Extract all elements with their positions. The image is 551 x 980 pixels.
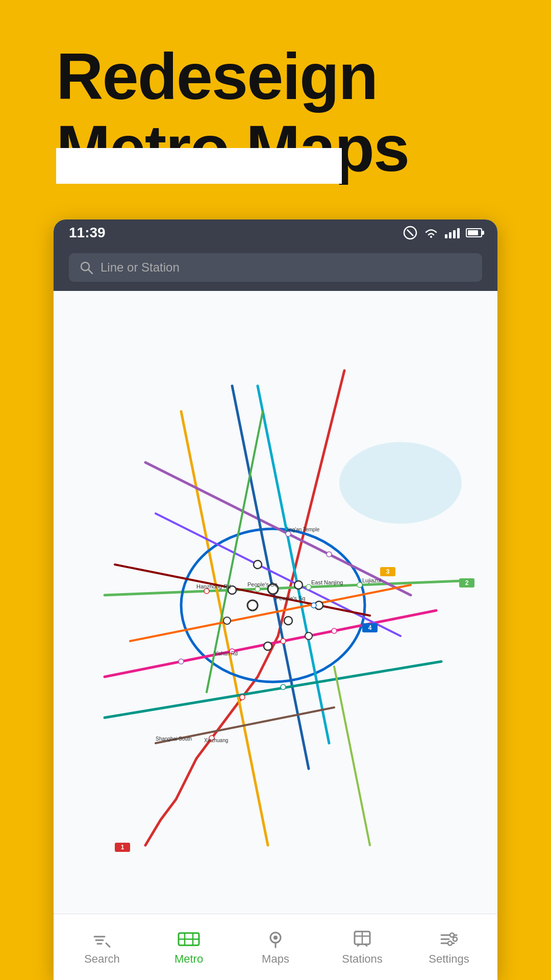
metro-nav-label: Metro bbox=[174, 952, 203, 966]
svg-point-20 bbox=[306, 584, 311, 590]
svg-text:3: 3 bbox=[386, 568, 390, 575]
svg-point-15 bbox=[254, 560, 262, 569]
status-icons bbox=[403, 226, 482, 240]
svg-point-10 bbox=[284, 617, 292, 625]
svg-point-24 bbox=[281, 639, 286, 644]
svg-text:Hanzhong Rd: Hanzhong Rd bbox=[196, 583, 231, 590]
svg-line-4 bbox=[88, 270, 92, 274]
svg-text:Shanghai South: Shanghai South bbox=[156, 736, 192, 742]
svg-text:Lujiazui: Lujiazui bbox=[362, 577, 381, 583]
search-placeholder-text: Line or Station bbox=[101, 260, 180, 275]
search-bar[interactable]: Line or Station bbox=[54, 246, 497, 291]
metro-map-svg: Hanzhong Rd People's Sq East Nanjing Luj… bbox=[54, 291, 497, 915]
svg-point-29 bbox=[179, 659, 184, 664]
maps-nav-icon bbox=[265, 929, 286, 949]
svg-point-28 bbox=[332, 628, 337, 633]
metro-map-canvas: Hanzhong Rd People's Sq East Nanjing Luj… bbox=[54, 291, 497, 915]
dnt-icon bbox=[403, 226, 417, 240]
svg-point-57 bbox=[273, 936, 278, 940]
settings-nav-label: Settings bbox=[429, 952, 469, 966]
search-input-container[interactable]: Line or Station bbox=[69, 253, 482, 282]
phone-mockup: 11:39 bbox=[54, 219, 497, 980]
search-icon bbox=[79, 260, 93, 275]
stations-nav-label: Stations bbox=[342, 952, 383, 966]
nav-item-settings[interactable]: Settings bbox=[418, 924, 480, 971]
svg-point-67 bbox=[453, 937, 457, 941]
maps-nav-label: Maps bbox=[262, 952, 289, 966]
svg-point-27 bbox=[281, 684, 286, 690]
svg-point-66 bbox=[450, 933, 454, 937]
nav-item-search[interactable]: Search bbox=[71, 924, 133, 971]
search-nav-label: Search bbox=[84, 952, 120, 966]
nav-item-maps[interactable]: Maps bbox=[245, 924, 306, 971]
hero-white-bar bbox=[56, 148, 342, 184]
svg-text:Xinzhuang: Xinzhuang bbox=[204, 738, 228, 743]
svg-text:People's Sq: People's Sq bbox=[247, 581, 277, 587]
svg-text:1: 1 bbox=[121, 844, 124, 851]
svg-text:Yishan Rd: Yishan Rd bbox=[214, 651, 238, 656]
svg-point-9 bbox=[247, 600, 258, 610]
status-time: 11:39 bbox=[69, 225, 106, 241]
bottom-nav: Search Metro Maps bbox=[54, 914, 497, 980]
svg-text:4: 4 bbox=[368, 624, 372, 631]
battery-icon bbox=[466, 228, 482, 237]
svg-text:East Nanjing: East Nanjing bbox=[311, 579, 343, 585]
settings-nav-icon bbox=[439, 929, 459, 949]
svg-point-31 bbox=[327, 552, 332, 557]
svg-text:2: 2 bbox=[465, 579, 469, 586]
svg-point-2 bbox=[430, 236, 432, 238]
svg-point-21 bbox=[357, 582, 362, 587]
svg-text:Jing'an Temple: Jing'an Temple bbox=[286, 527, 320, 532]
svg-point-6 bbox=[339, 442, 462, 524]
svg-point-68 bbox=[448, 941, 452, 945]
svg-line-1 bbox=[407, 230, 413, 236]
metro-nav-icon bbox=[178, 929, 200, 949]
svg-point-25 bbox=[311, 603, 316, 608]
metro-map-area[interactable]: Hanzhong Rd People's Sq East Nanjing Luj… bbox=[54, 291, 497, 915]
svg-text:People's Sq: People's Sq bbox=[276, 595, 305, 601]
svg-point-12 bbox=[294, 581, 303, 589]
stations-nav-icon bbox=[352, 929, 372, 949]
svg-point-17 bbox=[305, 632, 312, 640]
svg-point-16 bbox=[223, 617, 231, 624]
search-nav-icon bbox=[92, 929, 112, 949]
svg-point-23 bbox=[240, 695, 245, 700]
svg-point-13 bbox=[264, 642, 272, 650]
wifi-icon bbox=[423, 227, 439, 239]
nav-item-metro[interactable]: Metro bbox=[158, 924, 219, 971]
nav-item-stations[interactable]: Stations bbox=[332, 924, 393, 971]
status-bar: 11:39 bbox=[54, 219, 497, 246]
signal-icon bbox=[445, 227, 460, 238]
